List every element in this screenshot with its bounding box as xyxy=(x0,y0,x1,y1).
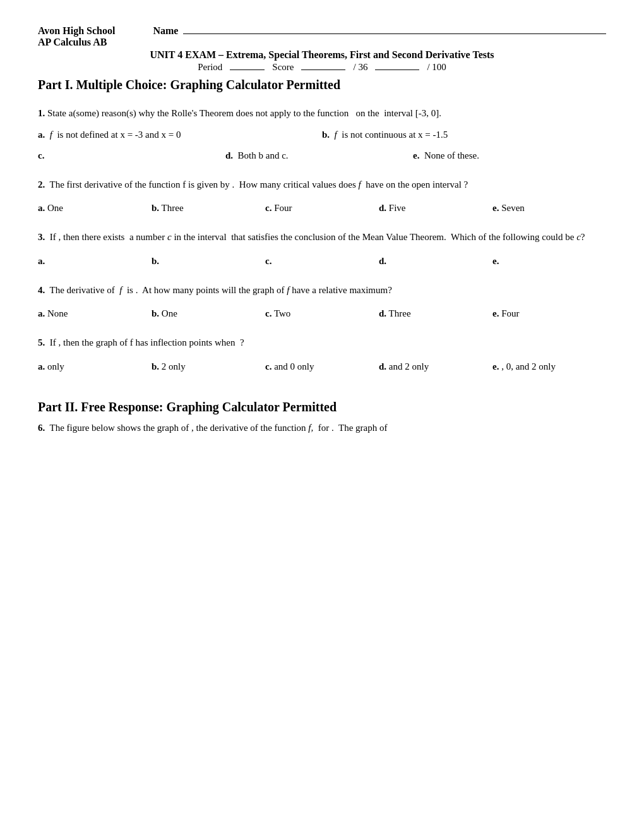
q1-choice-d: d. Both b and c. xyxy=(225,148,413,164)
question-3: 3. If , then there exists a number c in … xyxy=(38,230,606,269)
q5-e-label: e. xyxy=(492,361,499,372)
q4-e-label: e. xyxy=(492,308,499,318)
q1-b-f: f xyxy=(335,130,337,140)
period-score-line: Period Score / 36 / 100 xyxy=(38,62,606,73)
q2-choices: a. One b. Three c. Four d. Five e. Seven xyxy=(38,200,606,216)
q1-choice-a: a. f is not defined at x = -3 and x = 0 xyxy=(38,127,322,143)
q5-choice-a: a. only xyxy=(38,359,152,375)
q5-d-label: d. xyxy=(379,361,386,372)
q5-a-label: a. xyxy=(38,361,45,372)
part1-title: Part I. Multiple Choice: Graphing Calcul… xyxy=(38,78,606,92)
q3-d-label: d. xyxy=(379,256,386,266)
q4-choice-b: b. One xyxy=(152,306,265,322)
q2-choice-d: d. Five xyxy=(379,200,492,216)
q1-c-label: c. xyxy=(38,150,44,160)
q1-choice-e: e. None of these. xyxy=(413,148,600,164)
q1-text: 1. State a(some) reason(s) why the Rolle… xyxy=(38,106,606,121)
q2-number: 2. xyxy=(38,179,45,190)
q4-a-label: a. xyxy=(38,308,45,318)
course-label: AP Calculus AB xyxy=(38,37,606,48)
q6-number: 6. xyxy=(38,423,45,433)
q3-c-label: c. xyxy=(265,256,271,266)
q3-e-label: e. xyxy=(492,256,499,266)
q5-choice-c: c. and 0 only xyxy=(265,359,379,375)
q2-c-label: c. xyxy=(265,203,271,213)
q1-a-label: a. xyxy=(38,130,45,140)
q4-number: 4. xyxy=(38,285,45,295)
question-4: 4. The derivative of f is . At how many … xyxy=(38,283,606,322)
q5-choices: a. only b. 2 only c. and 0 only d. and 2… xyxy=(38,359,606,375)
q4-b-label: b. xyxy=(152,308,159,318)
q3-b-label: b. xyxy=(152,256,159,266)
period-label: Period xyxy=(198,62,222,73)
score-blank xyxy=(301,70,345,70)
q2-b-label: b. xyxy=(152,203,159,213)
q5-choice-d: d. and 2 only xyxy=(379,359,492,375)
q1-number: 1. xyxy=(38,108,45,118)
q5-text: 5. If , then the graph of f has inflecti… xyxy=(38,335,606,350)
q4-d-label: d. xyxy=(379,308,386,318)
q5-c-label: c. xyxy=(265,361,271,372)
name-underline xyxy=(183,33,606,34)
q1-d-label: d. xyxy=(225,150,233,160)
name-label: Name xyxy=(153,25,178,37)
q5-choice-b: b. 2 only xyxy=(152,359,265,375)
q1-choices-row1: a. f is not defined at x = -3 and x = 0 … xyxy=(38,127,606,143)
question-5: 5. If , then the graph of f has inflecti… xyxy=(38,335,606,375)
q4-choice-d: d. Three xyxy=(379,306,492,322)
score-denom: / 36 xyxy=(353,62,367,73)
q1-b-label: b. xyxy=(322,130,330,140)
q3-choice-c: c. xyxy=(265,253,379,269)
q3-choice-d: d. xyxy=(379,253,492,269)
q1-a-f: f xyxy=(50,130,52,140)
school-name: Avon High School xyxy=(38,25,115,37)
q4-text: 4. The derivative of f is . At how many … xyxy=(38,283,606,298)
q2-choice-c: c. Four xyxy=(265,200,379,216)
score-label: Score xyxy=(272,62,294,73)
q1-choice-b: b. f is not continuous at x = -1.5 xyxy=(322,127,606,143)
q4-choice-a: a. None xyxy=(38,306,152,322)
q5-choice-e: e. , 0, and 2 only xyxy=(492,359,606,375)
q4-choice-e: e. Four xyxy=(492,306,606,322)
q3-a-label: a. xyxy=(38,256,45,266)
q2-choice-b: b. Three xyxy=(152,200,265,216)
unit-title: UNIT 4 EXAM – Extrema, Special Theorems,… xyxy=(38,49,606,61)
total-denom: / 100 xyxy=(427,62,446,73)
q4-choice-c: c. Two xyxy=(265,306,379,322)
total-blank xyxy=(375,70,419,70)
header: Avon High School Name AP Calculus AB UNI… xyxy=(38,25,606,73)
q1-choice-c: c. xyxy=(38,148,225,164)
q1-e-label: e. xyxy=(413,150,419,160)
q2-e-label: e. xyxy=(492,203,499,213)
q4-c-label: c. xyxy=(265,308,271,318)
q3-choice-b: b. xyxy=(152,253,265,269)
period-blank xyxy=(230,70,265,70)
part2-title: Part II. Free Response: Graphing Calcula… xyxy=(38,400,606,414)
q2-d-label: d. xyxy=(379,203,386,213)
q4-choices: a. None b. One c. Two d. Three e. Four xyxy=(38,306,606,322)
q3-number: 3. xyxy=(38,232,45,242)
q5-number: 5. xyxy=(38,337,45,348)
q1-choices-row2: c. d. Both b and c. e. None of these. xyxy=(38,148,606,164)
q5-b-label: b. xyxy=(152,361,159,372)
q2-choice-e: e. Seven xyxy=(492,200,606,216)
question-2: 2. The first derivative of the function … xyxy=(38,178,606,217)
q2-a-label: a. xyxy=(38,203,45,213)
q2-text: 2. The first derivative of the function … xyxy=(38,178,606,192)
q3-choice-e: e. xyxy=(492,253,606,269)
q3-choice-a: a. xyxy=(38,253,152,269)
q3-text: 3. If , then there exists a number c in … xyxy=(38,230,606,245)
question-1: 1. State a(some) reason(s) why the Rolle… xyxy=(38,106,606,164)
q6-text: 6. The figure below shows the graph of ,… xyxy=(38,421,606,435)
q3-choices: a. b. c. d. e. xyxy=(38,253,606,269)
q2-choice-a: a. One xyxy=(38,200,152,216)
